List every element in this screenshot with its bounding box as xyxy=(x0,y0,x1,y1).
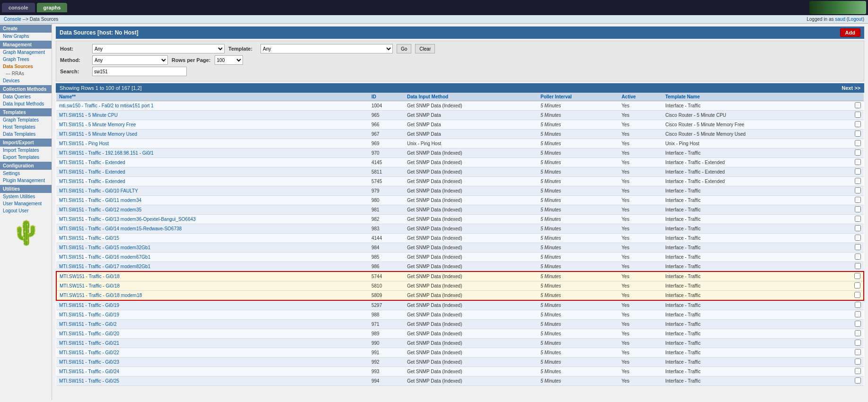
cell-checkbox[interactable] xyxy=(851,149,864,158)
data-source-link[interactable]: MTI.SW151 - Traffic - Gi0/18 xyxy=(60,283,120,288)
breadcrumb-console-link[interactable]: Console xyxy=(4,17,21,22)
data-source-link[interactable]: MTI.SW151 - Traffic - Gi0/10 FAULTY xyxy=(59,188,138,193)
row-checkbox[interactable] xyxy=(855,121,861,127)
data-source-link[interactable]: MTI.SW151 - Traffic - Gi0/11 modem34 xyxy=(59,198,141,203)
data-source-link[interactable]: MTI.SW151 - Traffic - Gi0/2 xyxy=(59,322,117,327)
row-checkbox[interactable] xyxy=(855,159,861,165)
col-data-input-method[interactable]: Data Input Method xyxy=(404,93,538,101)
row-checkbox[interactable] xyxy=(855,216,861,222)
row-checkbox[interactable] xyxy=(855,358,861,365)
method-select[interactable]: Any xyxy=(92,55,168,65)
sidebar-item-settings[interactable]: Settings xyxy=(0,170,52,177)
data-source-link[interactable]: MTI.SW151 - Traffic - Gi0/18 modem18 xyxy=(60,293,142,298)
data-source-link[interactable]: MTI.SW151 - 5 Minute CPU xyxy=(59,113,118,118)
data-source-link[interactable]: MTI.SW151 - Traffic - Extended xyxy=(59,169,125,175)
cell-checkbox[interactable] xyxy=(851,139,864,149)
sidebar-item-logout-user[interactable]: Logout User xyxy=(0,207,52,214)
cell-checkbox[interactable] xyxy=(851,329,864,339)
data-source-link[interactable]: MTI.SW151 - Traffic - 192.168.98.151 - G… xyxy=(59,150,154,156)
cell-checkbox[interactable] xyxy=(851,234,864,243)
row-checkbox[interactable] xyxy=(855,263,861,269)
template-select[interactable]: Any xyxy=(260,44,393,53)
row-checkbox[interactable] xyxy=(855,235,861,241)
sidebar-item-plugin-management[interactable]: Plugin Management xyxy=(0,177,52,184)
col-id[interactable]: ID xyxy=(369,93,404,101)
row-checkbox[interactable] xyxy=(855,206,861,212)
data-source-link[interactable]: MTI.SW151 - Traffic - Gi0/23 xyxy=(59,359,119,365)
data-source-link[interactable]: MTI.SW151 - Traffic - Gi0/18 xyxy=(60,274,120,279)
cell-checkbox[interactable] xyxy=(851,271,864,281)
cell-checkbox[interactable] xyxy=(851,158,864,167)
cell-checkbox[interactable] xyxy=(851,120,864,130)
cell-checkbox[interactable] xyxy=(851,224,864,234)
cell-checkbox[interactable] xyxy=(851,196,864,205)
row-checkbox[interactable] xyxy=(855,140,861,146)
sidebar-item-data-sources[interactable]: Data Sources xyxy=(0,63,52,70)
sidebar-item-graph-templates[interactable]: Graph Templates xyxy=(0,116,52,123)
row-checkbox[interactable] xyxy=(855,368,861,374)
row-checkbox[interactable] xyxy=(855,244,861,250)
cell-checkbox[interactable] xyxy=(851,177,864,186)
rows-per-page-select[interactable]: 100 xyxy=(215,55,243,65)
row-checkbox[interactable] xyxy=(855,311,861,317)
row-checkbox[interactable] xyxy=(855,340,861,346)
sidebar-item-new-graphs[interactable]: New Graphs xyxy=(0,33,52,40)
tab-graphs[interactable]: graphs xyxy=(37,3,68,12)
username-link[interactable]: saud xyxy=(835,17,845,22)
row-checkbox[interactable] xyxy=(855,302,861,308)
sidebar-item-graph-management[interactable]: Graph Management xyxy=(0,49,52,56)
col-poller-interval[interactable]: Poller Interval xyxy=(538,93,619,101)
cell-checkbox[interactable] xyxy=(851,205,864,215)
data-source-link[interactable]: MTI.SW151 - Traffic - Gi0/15 xyxy=(59,236,119,241)
row-checkbox[interactable] xyxy=(855,102,861,108)
data-source-link[interactable]: MTI.SW151 - Traffic - Gi0/16 modem67Gb1 xyxy=(59,254,150,260)
row-checkbox[interactable] xyxy=(855,131,861,137)
sidebar-item-data-templates[interactable]: Data Templates xyxy=(0,131,52,138)
sidebar-item-export-templates[interactable]: Export Templates xyxy=(0,154,52,161)
row-checkbox[interactable] xyxy=(855,168,861,175)
sidebar-item-host-templates[interactable]: Host Templates xyxy=(0,123,52,131)
data-source-link[interactable]: MTI.SW151 - Traffic - Gi0/13 modem36-Ope… xyxy=(59,217,196,222)
data-source-link[interactable]: MTI.SW151 - Traffic - Gi0/17 modem82Gb1 xyxy=(59,264,150,269)
cell-checkbox[interactable] xyxy=(851,300,864,310)
sidebar-item-system-utilities[interactable]: System Utilities xyxy=(0,193,52,200)
data-source-link[interactable]: MTI.SW151 - Traffic - Extended xyxy=(59,160,125,165)
cell-checkbox[interactable] xyxy=(851,376,864,386)
cell-checkbox[interactable] xyxy=(851,130,864,139)
clear-button[interactable]: Clear xyxy=(415,44,435,53)
row-checkbox[interactable] xyxy=(855,197,861,203)
data-source-link[interactable]: MTI.SW151 - Traffic - Gi0/20 xyxy=(59,331,119,336)
data-source-link[interactable]: MTI.SW151 - Traffic - Gi0/21 xyxy=(59,341,119,346)
row-checkbox[interactable] xyxy=(855,349,861,355)
cell-checkbox[interactable] xyxy=(851,167,864,177)
next-button[interactable]: Next >> xyxy=(842,85,860,91)
logout-link[interactable]: Logout xyxy=(848,17,863,22)
cell-checkbox[interactable] xyxy=(851,186,864,196)
cell-checkbox[interactable] xyxy=(851,281,864,291)
data-source-link[interactable]: MTI.SW151 - Traffic - Gi0/22 xyxy=(59,350,119,355)
row-checkbox[interactable] xyxy=(855,225,861,231)
data-source-link[interactable]: MTI.SW151 - 5 Minute Memory Used xyxy=(59,131,137,137)
tab-console[interactable]: console xyxy=(2,3,35,12)
row-checkbox[interactable] xyxy=(854,282,860,288)
cell-checkbox[interactable] xyxy=(851,358,864,367)
sidebar-item-user-management[interactable]: User Management xyxy=(0,200,52,207)
row-checkbox[interactable] xyxy=(855,377,861,384)
cell-checkbox[interactable] xyxy=(851,243,864,253)
sidebar-item-data-input-methods[interactable]: Data Input Methods xyxy=(0,100,52,107)
row-checkbox[interactable] xyxy=(854,292,860,298)
search-input[interactable] xyxy=(92,67,187,76)
data-source-link[interactable]: MTI.SW151 - Traffic - Gi0/15 modem32Gb1 xyxy=(59,245,150,250)
go-button[interactable]: Go xyxy=(397,44,411,53)
row-checkbox[interactable] xyxy=(855,321,861,327)
row-checkbox[interactable] xyxy=(855,253,861,260)
row-checkbox[interactable] xyxy=(854,273,860,279)
host-select[interactable]: Any xyxy=(92,44,225,53)
cell-checkbox[interactable] xyxy=(851,101,864,111)
row-checkbox[interactable] xyxy=(855,330,861,336)
sidebar-item-import-templates[interactable]: Import Templates xyxy=(0,147,52,154)
data-source-link[interactable]: MTI.SW151 - Traffic - Gi0/25 xyxy=(59,378,119,384)
sidebar-item-rras[interactable]: --- RRAs xyxy=(0,70,52,77)
data-source-link[interactable]: MTI.SW151 - Traffic - Gi0/19 xyxy=(59,312,119,317)
cell-checkbox[interactable] xyxy=(851,367,864,376)
